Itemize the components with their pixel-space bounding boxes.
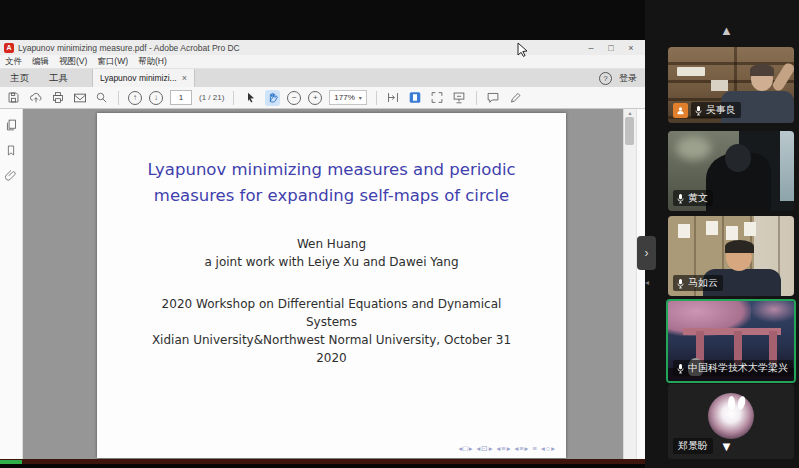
menu-help[interactable]: 帮助(H) — [138, 56, 167, 68]
participant-name: 郑景盼 — [678, 439, 708, 453]
document-canvas: Lyapunov minimizing measures and periodi… — [23, 109, 623, 462]
page-number-input[interactable] — [170, 90, 192, 105]
acrobat-logo-icon: A — [4, 43, 14, 53]
panel-collapse-handle[interactable]: › — [637, 236, 656, 270]
maximize-button[interactable]: □ — [601, 43, 621, 53]
slide-authors: Wen Huang a joint work with Leiye Xu and… — [97, 235, 566, 271]
chevron-right-icon: › — [645, 246, 649, 260]
screen-bottom-edge — [0, 464, 645, 468]
shared-screen: A Lyapunov minimizing measure.pdf - Adob… — [0, 0, 799, 468]
menu-edit[interactable]: 编辑 — [32, 56, 49, 68]
participant-name: 中国科学技术大学梁兴 — [688, 361, 788, 375]
help-icon[interactable]: ? — [599, 72, 612, 85]
beamer-navigation-symbols[interactable]: ◂□▸ ◂⊡▸ ◂≡▸ ◂≡▸ ≡ ◂○▸ — [458, 444, 556, 453]
participant-name: 黄文 — [688, 191, 708, 205]
share-cloud-icon[interactable] — [28, 90, 43, 106]
previous-page-icon[interactable]: ↑ — [128, 91, 142, 105]
presentation-icon[interactable] — [452, 90, 467, 106]
tab-close-icon[interactable]: × — [182, 73, 187, 83]
participant-video-3[interactable]: 马如云 — [668, 216, 794, 296]
minimize-button[interactable]: – — [581, 43, 601, 53]
scrollbar-up-icon[interactable]: ▲ — [624, 110, 636, 116]
scroll-down-icon[interactable]: ▼ — [720, 440, 733, 453]
menu-window[interactable]: 窗口(W) — [97, 56, 128, 68]
page-count-label: (1 / 21) — [199, 93, 224, 102]
microphone-icon — [694, 105, 703, 116]
tab-tools[interactable]: 工具 — [39, 69, 78, 87]
acrobat-window: A Lyapunov minimizing measure.pdf - Adob… — [0, 40, 645, 460]
vertical-scrollbar[interactable]: ▲ — [623, 109, 636, 462]
zoom-level-value: 177% — [334, 93, 354, 102]
scroll-up-icon[interactable]: ▲ — [720, 24, 733, 37]
tab-document[interactable]: Lyapunov minimizi... × — [92, 69, 195, 87]
slide-title: Lyapunov minimizing measures and periodi… — [97, 157, 566, 209]
pencil-icon[interactable] — [508, 90, 523, 106]
mouse-cursor — [516, 42, 530, 62]
print-icon[interactable] — [50, 90, 65, 106]
zoom-out-icon[interactable]: − — [287, 91, 301, 105]
chevron-down-icon: ▾ — [359, 94, 362, 101]
email-icon[interactable] — [72, 90, 87, 106]
close-button[interactable]: × — [621, 43, 641, 53]
next-page-icon[interactable]: ↓ — [149, 91, 163, 105]
slide-event: 2020 Workshop on Differential Equations … — [97, 295, 566, 367]
page-left-icon[interactable]: ◂ — [645, 278, 649, 287]
fullscreen-icon[interactable] — [430, 90, 445, 106]
zoom-in-icon[interactable]: + — [308, 91, 322, 105]
menu-file[interactable]: 文件 — [5, 56, 22, 68]
save-icon[interactable] — [6, 90, 21, 106]
tab-home[interactable]: 主页 — [0, 69, 39, 87]
zoom-level-dropdown[interactable]: 177% ▾ — [329, 90, 366, 105]
menu-bar: 文件 编辑 视图(V) 窗口(W) 帮助(H) — [0, 55, 645, 69]
hand-tool-icon[interactable] — [265, 90, 280, 106]
attachments-icon[interactable] — [3, 167, 19, 183]
sign-in-button[interactable]: 登录 — [619, 72, 637, 85]
page-view-icon[interactable] — [408, 90, 423, 106]
document-tab-label: Lyapunov minimizi... — [100, 73, 177, 83]
search-icon[interactable] — [94, 90, 109, 106]
comment-icon[interactable] — [486, 90, 501, 106]
menu-view[interactable]: 视图(V) — [59, 56, 87, 68]
host-badge-icon — [673, 103, 688, 118]
screen-top-strip — [0, 0, 645, 40]
window-title: Lyapunov minimizing measure.pdf - Adobe … — [18, 43, 581, 53]
participant-name: 吴事良 — [706, 103, 736, 117]
participant-video-1[interactable]: 吴事良 — [668, 47, 794, 123]
participant-video-2[interactable]: 黄文 — [668, 131, 794, 211]
microphone-icon — [676, 363, 685, 374]
participant-name: 马如云 — [688, 276, 718, 290]
meeting-video-panel: ▲ 吴事良 黄文 — [645, 0, 799, 468]
fit-page-icon[interactable] — [386, 90, 401, 106]
bookmarks-icon[interactable] — [3, 142, 19, 158]
toolbar: ↑ ↓ (1 / 21) − + 177% ▾ — [0, 87, 645, 109]
select-tool-icon[interactable] — [243, 90, 258, 106]
page-thumbnails-icon[interactable] — [3, 117, 19, 133]
microphone-icon — [676, 278, 685, 289]
title-bar: A Lyapunov minimizing measure.pdf - Adob… — [0, 40, 645, 55]
pdf-page: Lyapunov minimizing measures and periodi… — [97, 113, 566, 458]
tab-bar: 主页 工具 Lyapunov minimizi... × ? 登录 — [0, 69, 645, 87]
navigation-rail — [0, 109, 23, 462]
participant-video-4-active-speaker[interactable]: 中国科学技术大学梁兴 — [666, 299, 796, 383]
tools-panel-edge — [636, 109, 645, 462]
scrollbar-thumb[interactable] — [625, 117, 634, 145]
microphone-icon — [676, 193, 685, 204]
